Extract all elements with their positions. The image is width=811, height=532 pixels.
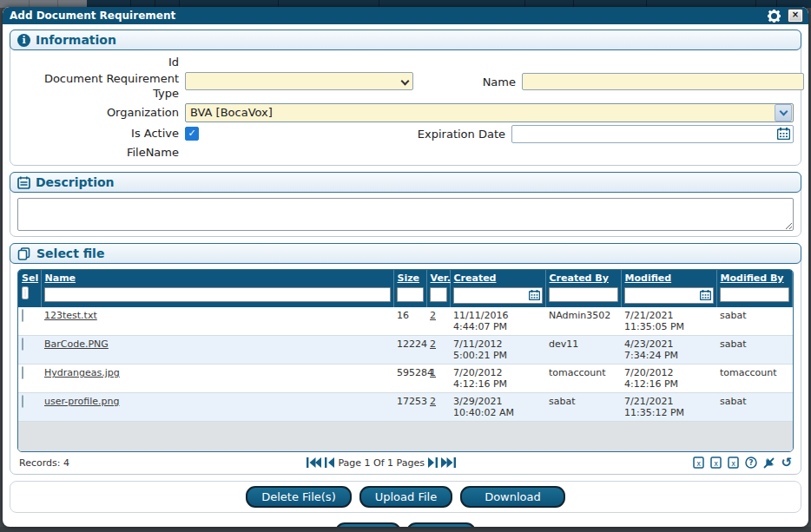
column-header-size[interactable]: Size xyxy=(393,270,426,286)
file-modified-cell: 7/20/2012 4:12:16 PM xyxy=(621,365,716,393)
row-checkbox[interactable] xyxy=(22,366,23,379)
file-actions-strip: Delete File(s) Upload File Download xyxy=(10,481,801,513)
organization-select[interactable]: BVA [BocaVox] xyxy=(185,103,794,122)
collapse-grid-icon[interactable] xyxy=(763,457,775,469)
cancel-button[interactable]: Cancel xyxy=(406,522,476,527)
svg-text:x: x xyxy=(715,460,719,468)
grid-footer: Records: 4 Page 1 Of 1 Pages xyxy=(17,456,794,469)
information-section-header: i Information xyxy=(10,30,801,50)
column-header-created-by[interactable]: Created By xyxy=(545,270,621,286)
name-label: Name xyxy=(413,76,522,89)
file-ver-cell[interactable]: 2 xyxy=(426,336,450,365)
refresh-icon[interactable]: ↺ xyxy=(781,456,792,469)
help-icon[interactable]: ? xyxy=(745,456,757,469)
export-excel-icon[interactable]: x xyxy=(693,456,704,469)
description-section-header: Description xyxy=(10,172,801,193)
file-name-cell[interactable]: Hydrangeas.jpg xyxy=(41,365,393,393)
file-modified-cell: 7/21/2021 11:35:12 PM xyxy=(621,393,716,422)
column-header-ver[interactable]: Ver. xyxy=(426,270,450,286)
background-bottom xyxy=(0,527,811,532)
file-name-link[interactable]: 123test.txt xyxy=(44,310,97,321)
file-name-link[interactable]: user-profile.png xyxy=(44,396,119,407)
calendar-icon[interactable] xyxy=(700,290,711,300)
page-indicator: Page 1 Of 1 Pages xyxy=(338,457,425,469)
is-active-checkbox[interactable]: ✓ xyxy=(185,127,199,141)
modified-filter-input[interactable] xyxy=(625,288,697,301)
file-name-cell[interactable]: user-profile.png xyxy=(41,393,393,422)
file-name-link[interactable]: Hydrangeas.jpg xyxy=(44,367,120,378)
file-name-link[interactable]: BarCode.PNG xyxy=(44,338,109,350)
column-header-modified[interactable]: Modified xyxy=(621,270,716,286)
name-filter-input[interactable] xyxy=(44,287,391,302)
notepad-icon xyxy=(17,176,30,189)
grid-empty-area xyxy=(18,422,793,451)
column-header-modified-by[interactable]: Modified By xyxy=(716,270,793,286)
organization-selected-value: BVA [BocaVox] xyxy=(186,106,774,119)
id-label: Id xyxy=(17,56,185,69)
file-ver-cell[interactable]: 2 xyxy=(426,393,450,422)
expiration-date-input[interactable] xyxy=(511,125,794,143)
file-table-filter-row xyxy=(18,286,793,307)
created-filter-input[interactable] xyxy=(454,288,526,301)
file-version-link[interactable]: 2 xyxy=(430,310,436,321)
svg-text:x: x xyxy=(697,460,702,468)
name-input[interactable] xyxy=(522,73,804,90)
last-page-icon[interactable] xyxy=(441,457,456,468)
file-ver-cell[interactable]: 1 xyxy=(426,365,450,393)
ver-filter-input[interactable] xyxy=(430,287,447,302)
row-select-cell[interactable] xyxy=(18,336,41,365)
row-select-cell[interactable] xyxy=(18,307,41,336)
table-row: BarCode.PNG1222427/11/2012 5:00:21 PMdev… xyxy=(18,336,793,365)
row-select-cell[interactable] xyxy=(18,365,41,393)
size-filter-input[interactable] xyxy=(397,287,424,302)
add-document-requirement-dialog: Add Document Requirement × xyxy=(3,7,808,527)
calendar-icon[interactable] xyxy=(777,128,790,140)
file-version-link[interactable]: 1 xyxy=(430,367,436,378)
file-created-by-cell: NAdmin3502 xyxy=(545,307,621,336)
row-select-cell[interactable] xyxy=(18,393,41,422)
delete-files-button[interactable]: Delete File(s) xyxy=(246,486,352,508)
column-header-name[interactable]: Name xyxy=(41,270,393,286)
calendar-icon[interactable] xyxy=(529,290,540,300)
description-section: Description xyxy=(10,172,801,237)
file-created-by-cell: tomaccount xyxy=(545,365,621,393)
organization-label: Organization xyxy=(17,106,185,120)
row-checkbox[interactable] xyxy=(22,395,23,408)
column-header-sel[interactable]: Sel xyxy=(18,270,41,286)
modified-by-filter-input[interactable] xyxy=(720,287,790,302)
file-size-cell: 12224 xyxy=(393,336,426,365)
file-created-cell: 7/20/2012 4:12:16 PM xyxy=(450,365,545,393)
export-xml-icon[interactable]: x xyxy=(728,456,739,469)
download-button[interactable]: Download xyxy=(460,486,565,508)
upload-file-button[interactable]: Upload File xyxy=(359,486,452,508)
file-created-cell: 7/11/2012 5:00:21 PM xyxy=(450,336,545,365)
file-version-link[interactable]: 2 xyxy=(430,338,436,350)
file-modified-by-cell: sabat xyxy=(716,336,793,365)
table-row: 123test.txt16211/11/2016 4:44:07 PMNAdmi… xyxy=(18,307,793,336)
file-created-by-cell: dev11 xyxy=(545,336,621,365)
document-requirement-type-select[interactable] xyxy=(185,72,413,90)
close-icon[interactable]: × xyxy=(788,9,803,23)
row-checkbox[interactable] xyxy=(22,309,23,322)
first-page-icon[interactable] xyxy=(307,457,321,468)
column-header-created[interactable]: Created xyxy=(450,270,545,286)
created-by-filter-input[interactable] xyxy=(549,287,618,302)
row-checkbox[interactable] xyxy=(22,338,23,351)
file-modified-by-cell: tomaccount xyxy=(716,365,793,393)
export-csv-icon[interactable]: x xyxy=(710,456,722,469)
save-button[interactable]: Save xyxy=(335,522,401,527)
file-name-cell[interactable]: 123test.txt xyxy=(41,307,393,336)
table-row: user-profile.png1725323/29/2021 10:40:02… xyxy=(18,393,793,422)
organization-dropdown-button[interactable] xyxy=(775,104,792,122)
file-ver-cell[interactable]: 2 xyxy=(426,307,450,336)
file-size-cell: 17253 xyxy=(393,393,426,422)
dialog-title: Add Document Requirement xyxy=(10,10,768,22)
next-page-icon[interactable] xyxy=(428,457,438,468)
file-version-link[interactable]: 2 xyxy=(430,396,436,407)
file-name-cell[interactable]: BarCode.PNG xyxy=(41,336,393,365)
previous-page-icon[interactable] xyxy=(325,457,334,468)
description-header-label: Description xyxy=(36,175,115,189)
select-all-checkbox[interactable] xyxy=(22,286,29,299)
description-textarea[interactable] xyxy=(17,198,794,231)
settings-gear-icon[interactable] xyxy=(768,10,781,23)
